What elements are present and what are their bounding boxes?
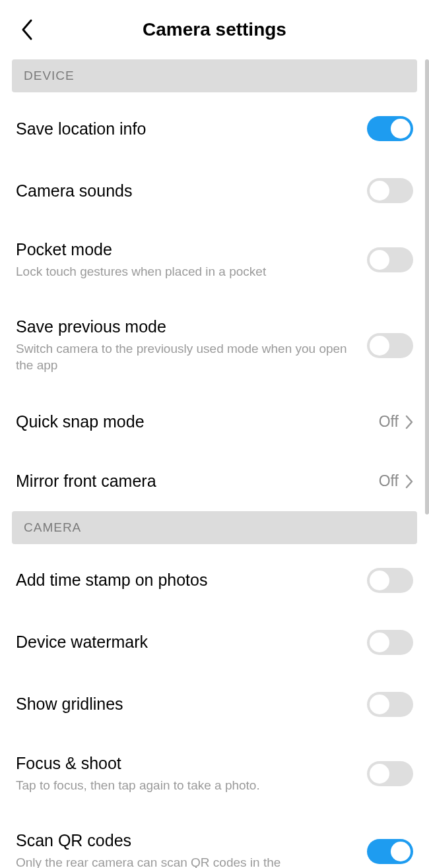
row-desc: Lock touch gestures when placed in a poc… xyxy=(16,263,356,280)
row-title: Show gridlines xyxy=(16,695,356,714)
chevron-left-icon xyxy=(19,18,34,42)
row-camera-sounds[interactable]: Camera sounds xyxy=(12,160,417,222)
row-desc: Tap to focus, then tap again to take a p… xyxy=(16,777,356,794)
section-header-camera: CAMERA xyxy=(12,511,417,544)
row-title: Quick snap mode xyxy=(16,412,368,431)
row-title: Save previous mode xyxy=(16,317,356,336)
row-focus-shoot[interactable]: Focus & shoot Tap to focus, then tap aga… xyxy=(12,735,417,813)
scrollbar-thumb[interactable] xyxy=(425,59,429,514)
toggle-device-watermark[interactable] xyxy=(367,630,413,655)
row-title: Mirror front camera xyxy=(16,472,368,491)
row-save-location[interactable]: Save location info xyxy=(12,98,417,160)
row-pocket-mode[interactable]: Pocket mode Lock touch gestures when pla… xyxy=(12,222,417,299)
toggle-scan-qr[interactable] xyxy=(367,839,413,864)
toggle-save-location[interactable] xyxy=(367,116,413,141)
toggle-camera-sounds[interactable] xyxy=(367,178,413,203)
row-desc: Switch camera to the previously used mod… xyxy=(16,340,356,374)
toggle-pocket-mode[interactable] xyxy=(367,247,413,272)
row-title: Camera sounds xyxy=(16,181,356,201)
row-title: Save location info xyxy=(16,119,356,139)
row-value: Off xyxy=(379,413,399,431)
page-title: Camera settings xyxy=(40,19,389,40)
row-show-gridlines[interactable]: Show gridlines xyxy=(12,673,417,735)
row-quick-snap-mode[interactable]: Quick snap mode Off xyxy=(12,392,417,452)
row-save-previous-mode[interactable]: Save previous mode Switch camera to the … xyxy=(12,299,417,392)
row-title: Scan QR codes xyxy=(16,831,356,850)
toggle-show-gridlines[interactable] xyxy=(367,692,413,717)
row-mirror-front-camera[interactable]: Mirror front camera Off xyxy=(12,452,417,511)
row-value: Off xyxy=(379,472,399,490)
row-timestamp[interactable]: Add time stamp on photos xyxy=(12,549,417,611)
toggle-focus-shoot[interactable] xyxy=(367,761,413,786)
toggle-save-previous-mode[interactable] xyxy=(367,333,413,358)
row-title: Add time stamp on photos xyxy=(16,571,356,590)
row-title: Pocket mode xyxy=(16,240,356,259)
chevron-right-icon xyxy=(405,415,413,429)
toggle-timestamp[interactable] xyxy=(367,568,413,593)
header: Camera settings xyxy=(0,0,429,59)
chevron-right-icon xyxy=(405,474,413,489)
settings-list: DEVICE Save location info Camera sounds … xyxy=(0,59,429,868)
back-button[interactable] xyxy=(13,16,40,43)
row-title: Device watermark xyxy=(16,633,356,652)
scrollbar[interactable] xyxy=(424,59,429,868)
row-desc: Only the rear camera can scan QR codes i… xyxy=(16,854,356,868)
row-scan-qr[interactable]: Scan QR codes Only the rear camera can s… xyxy=(12,813,417,868)
section-header-device: DEVICE xyxy=(12,59,417,92)
row-device-watermark[interactable]: Device watermark xyxy=(12,611,417,673)
row-title: Focus & shoot xyxy=(16,754,356,773)
